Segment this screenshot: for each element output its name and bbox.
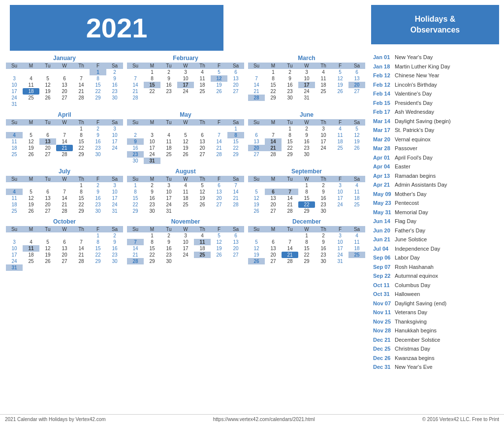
day[interactable]: 27	[39, 208, 56, 214]
day[interactable]: 15	[298, 195, 315, 201]
day[interactable]: 7	[73, 75, 90, 82]
day[interactable]: 24	[144, 151, 160, 158]
day[interactable]: 14	[56, 195, 73, 201]
day[interactable]: 13	[227, 239, 244, 245]
day[interactable]: 15	[265, 82, 282, 88]
day[interactable]: 25	[160, 151, 177, 158]
day[interactable]: 12	[332, 75, 348, 82]
day[interactable]: 24	[106, 201, 123, 208]
day[interactable]: 14	[127, 245, 144, 252]
day[interactable]: 23	[106, 88, 123, 95]
day[interactable]: 21	[248, 88, 265, 95]
day[interactable]: 1	[90, 232, 106, 239]
day[interactable]: 20	[348, 82, 365, 88]
day[interactable]: 6	[265, 239, 282, 245]
day[interactable]: 15	[90, 245, 106, 252]
day[interactable]: 12	[248, 195, 265, 201]
day[interactable]: 12	[348, 132, 365, 138]
day[interactable]: 10	[177, 239, 194, 245]
day[interactable]: 17	[106, 195, 123, 201]
day[interactable]: 5	[248, 189, 265, 195]
day[interactable]: 26	[194, 201, 211, 208]
day[interactable]: 1	[90, 69, 106, 75]
day[interactable]: 6	[227, 69, 244, 75]
day[interactable]: 19	[177, 145, 194, 151]
day[interactable]: 7	[211, 132, 227, 138]
day[interactable]: 23	[282, 88, 298, 95]
day[interactable]: 2	[90, 126, 106, 132]
day[interactable]: 13	[39, 138, 56, 145]
day[interactable]: 23	[315, 252, 332, 258]
day[interactable]: 18	[348, 195, 365, 201]
day[interactable]: 25	[6, 208, 23, 214]
day[interactable]: 7	[282, 239, 298, 245]
day[interactable]: 12	[23, 138, 39, 145]
day[interactable]: 28	[211, 151, 227, 158]
day[interactable]: 16	[282, 82, 298, 88]
day[interactable]: 11	[194, 239, 211, 245]
day[interactable]: 29	[282, 151, 298, 158]
day[interactable]: 31	[6, 264, 23, 271]
day[interactable]: 22	[127, 201, 144, 208]
day[interactable]: 14	[265, 138, 282, 145]
day[interactable]: 21	[282, 252, 298, 258]
day[interactable]: 8	[127, 189, 144, 195]
day[interactable]: 10	[332, 239, 348, 245]
day[interactable]: 26	[332, 88, 348, 95]
day[interactable]: 25	[332, 145, 348, 151]
day[interactable]: 4	[160, 132, 177, 138]
day[interactable]: 30	[315, 208, 332, 214]
day[interactable]: 20	[265, 201, 282, 208]
day[interactable]: 4	[332, 126, 348, 132]
day[interactable]: 9	[160, 75, 177, 82]
day[interactable]: 8	[282, 132, 298, 138]
day[interactable]: 14	[227, 189, 244, 195]
day[interactable]: 12	[211, 75, 227, 82]
day[interactable]: 17	[6, 252, 23, 258]
day[interactable]: 21	[127, 88, 144, 95]
day[interactable]: 7	[265, 132, 282, 138]
day[interactable]: 29	[144, 258, 160, 264]
day[interactable]: 11	[160, 138, 177, 145]
day[interactable]: 13	[227, 75, 244, 82]
day[interactable]: 26	[39, 258, 56, 264]
day[interactable]: 30	[127, 158, 144, 164]
day[interactable]: 31	[106, 208, 123, 214]
day[interactable]: 28	[73, 258, 90, 264]
day[interactable]: 18	[194, 82, 211, 88]
day[interactable]: 13	[56, 245, 73, 252]
day[interactable]: 29	[73, 208, 90, 214]
day[interactable]: 27	[194, 151, 211, 158]
day[interactable]: 17	[298, 82, 315, 88]
day[interactable]: 29	[227, 151, 244, 158]
day[interactable]: 4	[6, 189, 23, 195]
day[interactable]: 23	[315, 201, 332, 208]
day[interactable]: 15	[282, 138, 298, 145]
day[interactable]: 15	[144, 245, 160, 252]
day[interactable]: 10	[332, 189, 348, 195]
day[interactable]: 15	[144, 82, 160, 88]
day[interactable]: 30	[315, 258, 332, 264]
day[interactable]: 22	[265, 88, 282, 95]
day[interactable]: 29	[90, 258, 106, 264]
day[interactable]: 25	[6, 151, 23, 158]
day[interactable]: 14	[73, 82, 90, 88]
day[interactable]: 8	[90, 75, 106, 82]
day[interactable]: 26	[211, 252, 227, 258]
day[interactable]: 9	[315, 239, 332, 245]
day[interactable]: 4	[348, 232, 365, 239]
day[interactable]: 24	[332, 201, 348, 208]
day[interactable]: 27	[56, 258, 73, 264]
day[interactable]: 21	[282, 201, 298, 208]
day[interactable]: 8	[227, 132, 244, 138]
day[interactable]: 20	[194, 145, 211, 151]
day[interactable]: 13	[348, 75, 365, 82]
day[interactable]: 1	[282, 126, 298, 132]
day[interactable]: 3	[144, 132, 160, 138]
day[interactable]: 22	[144, 88, 160, 95]
day[interactable]: 3	[177, 69, 194, 75]
day[interactable]: 18	[6, 201, 23, 208]
day[interactable]: 8	[144, 75, 160, 82]
day[interactable]: 7	[127, 239, 144, 245]
day[interactable]: 7	[282, 189, 298, 195]
